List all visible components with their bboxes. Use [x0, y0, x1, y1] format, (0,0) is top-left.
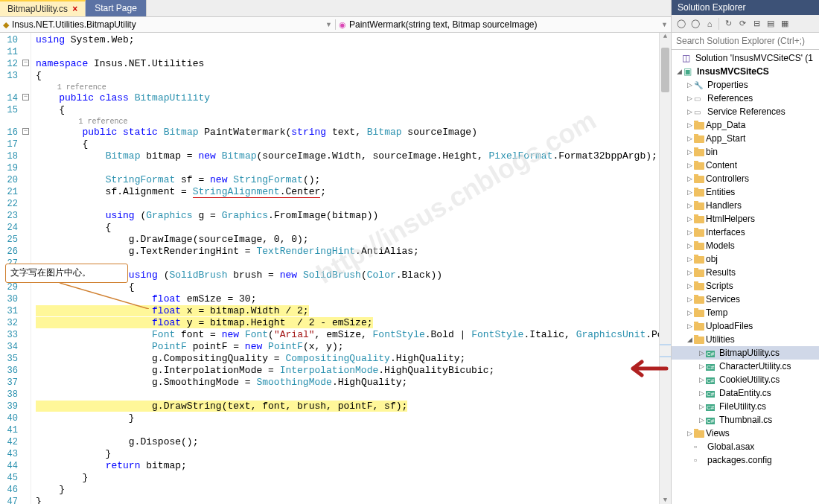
solution-explorer-title: Solution Explorer: [672, 0, 819, 15]
tab-active[interactable]: BitmapUtility.cs ×: [0, 0, 86, 16]
nav-member-dropdown[interactable]: ◉ PaintWermark(string text, Bitmap sourc…: [335, 19, 671, 30]
class-icon: ◆: [3, 20, 9, 30]
nav-member-label: PaintWermark(string text, Bitmap sourceI…: [349, 19, 538, 30]
tree-item[interactable]: packages.config: [672, 453, 819, 467]
tree-folder[interactable]: ▷References: [672, 92, 819, 105]
red-arrow-annotation: [625, 357, 670, 380]
chevron-down-icon: ▼: [325, 21, 332, 28]
tree-folder[interactable]: ▷Services: [672, 293, 819, 306]
tree-solution[interactable]: Solution 'InsusMVCSiteCS' (1: [672, 51, 819, 65]
solution-tree[interactable]: Solution 'InsusMVCSiteCS' (1◢InsusMVCSit…: [672, 50, 819, 504]
tree-file[interactable]: ▷Thumbnail.cs: [672, 413, 819, 427]
home-icon[interactable]: ⌂: [703, 17, 716, 31]
tree-folder[interactable]: ▷App_Data: [672, 118, 819, 132]
back-icon[interactable]: ◯: [675, 17, 688, 31]
annotation-callout: 文字写在图片中心。: [5, 264, 128, 283]
solution-toolbar: ◯ ◯ ⌂ ↻ ⟳ ⊟ ▤ ▦: [672, 15, 819, 33]
solution-search-input[interactable]: [672, 33, 819, 50]
tab-bar: BitmapUtility.cs × Start Page: [0, 0, 671, 16]
tree-folder[interactable]: ▷Service References: [672, 105, 819, 118]
close-icon[interactable]: ×: [72, 4, 77, 14]
scroll-down-icon[interactable]: ▼: [660, 497, 671, 504]
tree-project[interactable]: ◢InsusMVCSiteCS: [672, 65, 819, 78]
scroll-up-icon[interactable]: ▲: [660, 33, 671, 40]
tree-folder[interactable]: ▷Properties: [672, 78, 819, 92]
collapse-icon[interactable]: ⊟: [750, 17, 763, 31]
scroll-thumb[interactable]: [661, 48, 669, 92]
tree-folder[interactable]: ▷Scripts: [672, 279, 819, 293]
tree-folder[interactable]: ▷Models: [672, 239, 819, 252]
tree-folder[interactable]: ▷Temp: [672, 306, 819, 319]
tree-folder[interactable]: ▷Entities: [672, 185, 819, 199]
tree-folder[interactable]: ▷UploadFiles: [672, 319, 819, 333]
annotation-arrow: [60, 283, 149, 309]
properties-icon[interactable]: ▦: [778, 17, 791, 31]
tab-start-page[interactable]: Start Page: [86, 0, 147, 16]
scroll-mark: [660, 344, 671, 345]
refresh-icon[interactable]: ⟳: [736, 17, 749, 31]
show-all-icon[interactable]: ▤: [764, 17, 777, 31]
forward-icon[interactable]: ◯: [689, 17, 702, 31]
tree-file[interactable]: ▷FileUtility.cs: [672, 400, 819, 413]
nav-bar: ◆ Insus.NET.Utilities.BitmapUtility ▼ ◉ …: [0, 16, 671, 33]
sync-icon[interactable]: ↻: [721, 17, 735, 31]
tree-folder[interactable]: ▷HtmlHelpers: [672, 212, 819, 226]
tree-folder[interactable]: ◢Utilities: [672, 333, 819, 346]
tab-label: Start Page: [95, 3, 137, 13]
tree-folder[interactable]: ▷bin: [672, 145, 819, 159]
tree-folder[interactable]: ▷Interfaces: [672, 226, 819, 239]
solution-explorer: Solution Explorer ◯ ◯ ⌂ ↻ ⟳ ⊟ ▤ ▦ Soluti…: [672, 0, 819, 504]
nav-type-label: Insus.NET.Utilities.BitmapUtility: [12, 19, 136, 30]
nav-type-dropdown[interactable]: ◆ Insus.NET.Utilities.BitmapUtility ▼: [0, 19, 335, 30]
chevron-down-icon: ▼: [661, 21, 668, 28]
tree-folder[interactable]: ▷Controllers: [672, 172, 819, 185]
tree-folder[interactable]: ▷Results: [672, 266, 819, 279]
vertical-scrollbar[interactable]: ▲ ▼: [659, 33, 671, 504]
tree-item[interactable]: Global.asax: [672, 440, 819, 453]
tree-folder[interactable]: ▷Handlers: [672, 199, 819, 212]
tree-file[interactable]: ▷BitmapUtility.cs: [672, 346, 819, 360]
editor-pane: BitmapUtility.cs × Start Page ◆ Insus.NE…: [0, 0, 672, 504]
tree-item[interactable]: ▷Views: [672, 427, 819, 440]
tree-file[interactable]: ▷CharacterUtility.cs: [672, 360, 819, 373]
annotation-text: 文字写在图片中心。: [10, 267, 91, 278]
method-icon: ◉: [339, 20, 346, 30]
tab-label: BitmapUtility.cs: [7, 4, 68, 14]
tree-file[interactable]: ▷CookieUtility.cs: [672, 373, 819, 386]
tree-folder[interactable]: ▷obj: [672, 252, 819, 266]
tree-folder[interactable]: ▷Content: [672, 159, 819, 172]
tree-folder[interactable]: ▷App_Start: [672, 132, 819, 145]
tree-file[interactable]: ▷DataEntity.cs: [672, 386, 819, 400]
